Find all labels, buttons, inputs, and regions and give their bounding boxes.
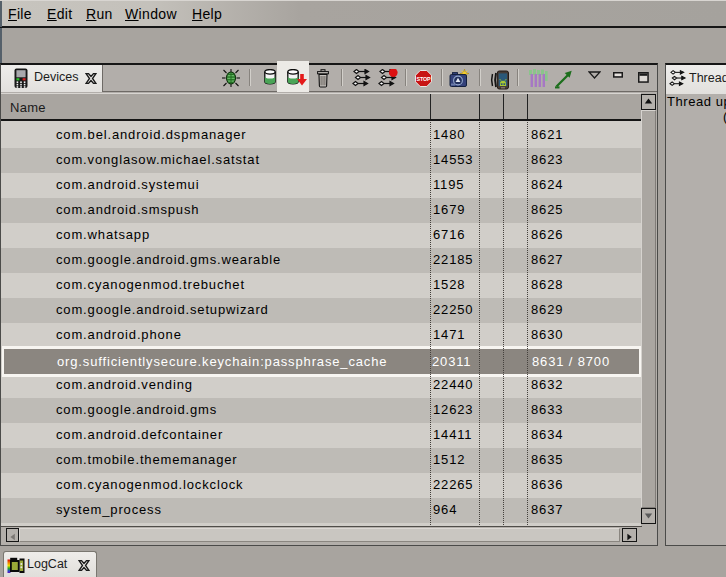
svg-text:STOP: STOP bbox=[417, 76, 431, 82]
